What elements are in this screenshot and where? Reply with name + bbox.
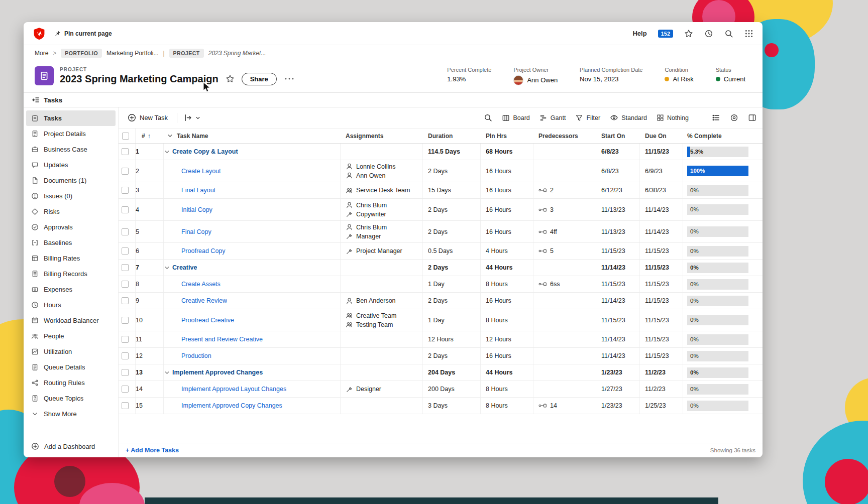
pin-current-page-button[interactable]: Pin current page (54, 30, 112, 37)
select-all-checkbox[interactable] (122, 133, 129, 140)
row-checkbox[interactable] (122, 336, 129, 343)
task-name-link[interactable]: Creative Review (181, 297, 227, 304)
percent-complete-bar[interactable]: 0% (687, 246, 748, 257)
task-name-link[interactable]: Implement Approved Layout Changes (181, 386, 286, 393)
row-checkbox[interactable] (122, 297, 129, 304)
percent-complete-bar[interactable]: 0% (687, 263, 748, 273)
sidebar-item-expenses[interactable]: Expenses (26, 282, 116, 297)
task-name-link[interactable]: Proofread Creative (181, 317, 234, 324)
history-icon[interactable] (704, 29, 713, 38)
sidebar-item-billing-records[interactable]: Billing Records (26, 266, 116, 282)
help-link[interactable]: Help (632, 30, 646, 37)
sidebar-item-people[interactable]: People (26, 328, 116, 344)
sidebar-item-billing-rates[interactable]: Billing Rates (26, 250, 116, 266)
sidebar-item-baselines[interactable]: Baselines (26, 235, 116, 250)
sidebar-item-risks[interactable]: Risks (26, 204, 116, 219)
row-checkbox[interactable] (122, 352, 129, 359)
sidebar-item-queue-topics[interactable]: Queue Topics (26, 391, 116, 406)
task-name-link[interactable]: Final Copy (181, 228, 211, 235)
task-name-link[interactable]: Create Assets (181, 281, 221, 288)
task-name-link[interactable]: Proofread Copy (181, 247, 226, 255)
table-search-icon[interactable] (484, 113, 492, 122)
task-name-link[interactable]: Initial Copy (181, 206, 212, 213)
percent-complete-bar[interactable]: 0% (687, 296, 748, 306)
percent-complete-bar[interactable]: 0% (687, 367, 748, 378)
column-pln-hrs[interactable]: Pln Hrs (486, 133, 507, 140)
filter-button[interactable]: Filter (575, 114, 600, 122)
breadcrumb-project[interactable]: 2023 Spring Market... (208, 50, 266, 57)
apps-grid-icon[interactable] (744, 29, 753, 38)
percent-complete-bar[interactable]: 100% (687, 166, 748, 176)
column-assignments[interactable]: Assignments (346, 133, 383, 140)
row-checkbox[interactable] (122, 386, 129, 393)
row-checkbox[interactable] (122, 317, 129, 324)
row-checkbox[interactable] (122, 228, 129, 235)
export-button[interactable] (183, 113, 201, 122)
notification-badge[interactable]: 152 (658, 30, 673, 38)
percent-complete-bar[interactable]: 0% (687, 334, 748, 345)
row-checkbox[interactable] (122, 264, 129, 271)
sidebar-item-workload-balancer[interactable]: Workload Balancer (26, 313, 116, 328)
percent-complete-bar[interactable]: 0% (687, 185, 748, 196)
add-more-tasks-link[interactable]: + Add More Tasks (126, 447, 179, 454)
column-percent-complete[interactable]: % Complete (687, 133, 722, 140)
column-due-on[interactable]: Due On (645, 133, 667, 140)
task-name-link[interactable]: Implement Approved Copy Changes (181, 402, 282, 409)
row-checkbox[interactable] (122, 187, 129, 194)
breadcrumb-portfolio[interactable]: Marketing Portfoli... (106, 50, 158, 57)
breadcrumb-more[interactable]: More (35, 50, 48, 57)
column-number[interactable]: # (142, 133, 145, 140)
row-checkbox[interactable] (122, 369, 129, 376)
task-name-link[interactable]: Create Copy & Layout (172, 148, 238, 155)
row-checkbox[interactable] (122, 168, 129, 175)
column-predecessors[interactable]: Predecessors (538, 133, 578, 140)
board-button[interactable]: Board (502, 114, 529, 122)
sidebar-item-utilization[interactable]: Utilization (26, 344, 116, 359)
column-start-on[interactable]: Start On (601, 133, 625, 140)
summary-circle-icon[interactable] (730, 113, 738, 122)
column-duration[interactable]: Duration (428, 133, 453, 140)
predecessor-value[interactable]: 3 (550, 206, 554, 213)
sidebar-item-queue-details[interactable]: Queue Details (26, 359, 116, 375)
sidebar-item-documents-1[interactable]: Documents (1) (26, 173, 116, 188)
expand-collapse-icon[interactable] (164, 369, 170, 376)
percent-complete-bar[interactable]: 0% (687, 401, 748, 411)
workfront-logo-icon[interactable] (33, 27, 46, 40)
sidebar-item-show-more[interactable]: Show More (26, 406, 116, 422)
new-task-button[interactable]: New Task (125, 113, 171, 122)
task-name-link[interactable]: Create Layout (181, 168, 221, 175)
row-checkbox[interactable] (122, 281, 129, 288)
task-name-link[interactable]: Implement Approved Changes (172, 369, 263, 376)
row-checkbox[interactable] (122, 402, 129, 409)
favorite-star-icon[interactable] (226, 74, 235, 83)
percent-complete-bar[interactable]: 0% (687, 351, 748, 361)
task-name-link[interactable]: Final Layout (181, 187, 215, 194)
row-checkbox[interactable] (122, 206, 129, 213)
sidebar-item-hours[interactable]: Hours (26, 297, 116, 313)
expand-collapse-icon[interactable] (164, 149, 170, 155)
more-options-icon[interactable] (284, 76, 295, 81)
percent-complete-bar[interactable]: 5.3% (687, 147, 748, 157)
predecessor-value[interactable]: 5 (550, 247, 554, 255)
sidebar-item-tasks[interactable]: Tasks (26, 110, 116, 126)
predecessor-value[interactable]: 2 (550, 187, 554, 194)
expand-collapse-icon[interactable] (164, 265, 170, 271)
percent-complete-bar[interactable]: 0% (687, 204, 748, 215)
predecessor-value[interactable]: 14 (550, 402, 557, 409)
search-icon[interactable] (724, 29, 733, 38)
gantt-button[interactable]: Gantt (539, 114, 566, 122)
row-checkbox[interactable] (122, 148, 129, 155)
left-panel-icon[interactable] (32, 96, 40, 104)
task-name-link[interactable]: Production (181, 352, 211, 359)
column-task-name[interactable]: Task Name (177, 133, 208, 140)
percent-complete-bar[interactable]: 0% (687, 384, 748, 395)
sidebar-item-updates[interactable]: Updates (26, 157, 116, 173)
predecessor-value[interactable]: 4ff (550, 228, 557, 235)
percent-complete-bar[interactable]: 0% (687, 315, 748, 325)
percent-complete-bar[interactable]: 0% (687, 279, 748, 290)
sidebar-item-approvals[interactable]: Approvals (26, 219, 116, 235)
sidebar-item-issues-0[interactable]: Issues (0) (26, 188, 116, 204)
list-view-icon[interactable] (712, 113, 720, 122)
task-name-link[interactable]: Present and Review Creative (181, 336, 263, 343)
sidebar-item-project-details[interactable]: Project Details (26, 126, 116, 142)
